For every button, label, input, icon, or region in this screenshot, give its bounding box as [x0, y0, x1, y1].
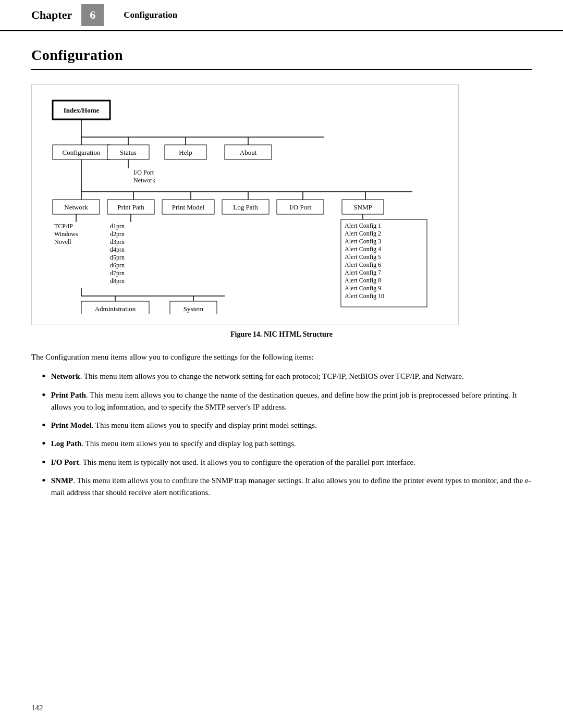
page-header: Chapter 6 Configuration: [0, 0, 563, 31]
alert3: Alert Config 3: [345, 238, 381, 245]
d2prn: d2prn: [110, 230, 125, 238]
bullet-text-network: Network. This menu item allows you to ch…: [51, 371, 532, 382]
tcpip-child: TCP/IP: [54, 223, 73, 230]
d4prn: d4prn: [110, 246, 125, 253]
config-box: Configuration: [63, 149, 101, 156]
d5prn: d5prn: [110, 254, 125, 261]
list-item: • SNMP. This menu item allows you to con…: [42, 475, 532, 499]
section-title: Configuration: [31, 47, 532, 64]
list-item: • Log Path. This menu item allows you to…: [42, 438, 532, 450]
bullet-text-logpath: Log Path. This menu item allows you to s…: [51, 438, 532, 450]
term-snmp: SNMP: [51, 476, 74, 485]
term-network: Network: [51, 372, 80, 380]
alert4: Alert Config 4: [345, 245, 381, 253]
intro-text: The Configuration menu items allow you t…: [31, 351, 532, 363]
alert6: Alert Config 6: [345, 261, 381, 268]
bullet-dot: •: [42, 475, 46, 486]
desc-printpath: . This menu item allows you to change th…: [51, 391, 517, 411]
alert7: Alert Config 7: [345, 269, 381, 276]
list-item: • Network. This menu item allows you to …: [42, 371, 532, 382]
about-box: About: [240, 149, 257, 156]
index-home-label: Index/Home: [64, 106, 100, 114]
d3prn: d3prn: [110, 238, 125, 245]
admin-box: Administration: [95, 305, 136, 313]
alert9: Alert Config 9: [345, 285, 381, 292]
windows-child: Windows: [54, 230, 78, 238]
snmp-box: SNMP: [353, 203, 372, 211]
bullet-text-printpath: Print Path. This menu item allows you to…: [51, 389, 532, 414]
bullet-text-ioport: I/O Port. This menu item is typically no…: [51, 456, 532, 468]
term-printmodel: Print Model: [51, 421, 92, 429]
novell-child: Novell: [54, 238, 71, 245]
d7prn: d7prn: [110, 269, 125, 277]
desc-ioport: . This menu item is typically not used. …: [79, 458, 415, 466]
print-path-box: Print Path: [117, 203, 144, 211]
d8prn: d8prn: [110, 277, 125, 285]
desc-logpath: . This menu item allows you to specify a…: [81, 439, 296, 448]
term-printpath: Print Path: [51, 391, 86, 399]
io-port-box: I/O Port: [289, 203, 312, 211]
alert5: Alert Config 5: [345, 253, 381, 261]
bullet-text-printmodel: Print Model. This menu item allows you t…: [51, 419, 532, 431]
list-item: • Print Model. This menu item allows you…: [42, 419, 532, 431]
section-divider: [31, 69, 532, 70]
term-ioport: I/O Port: [51, 458, 79, 466]
chapter-word: Chapter: [31, 8, 72, 22]
alert8: Alert Config 8: [345, 277, 381, 284]
list-item: • Print Path. This menu item allows you …: [42, 389, 532, 414]
alert1: Alert Config 1: [345, 222, 381, 229]
list-item: • I/O Port. This menu item is typically …: [42, 456, 532, 468]
term-logpath: Log Path: [51, 439, 82, 448]
desc-snmp: . This menu item allows you to confiure …: [51, 476, 531, 497]
status-box: Status: [120, 149, 137, 156]
help-box: Help: [179, 149, 192, 156]
system-box: System: [183, 305, 203, 313]
bullet-dot: •: [42, 438, 46, 449]
page-number: 142: [31, 704, 43, 712]
bullet-list: • Network. This menu item allows you to …: [31, 371, 532, 499]
alert2: Alert Config 2: [345, 230, 381, 237]
header-config-title: Configuration: [113, 3, 188, 28]
bullet-dot: •: [42, 456, 46, 468]
desc-printmodel: . This menu item allows you to specify a…: [92, 421, 317, 429]
io-port-sub: I/O Port: [133, 169, 154, 176]
desc-network: . This menu item allows you to change th…: [80, 372, 464, 380]
nic-html-structure-diagram: Index/Home Configuration Status Help Abo…: [47, 95, 444, 314]
bullet-text-snmp: SNMP. This menu item allows you to confi…: [51, 475, 532, 499]
diagram-container: Index/Home Configuration Status Help Abo…: [31, 84, 459, 325]
bullet-dot: •: [42, 371, 46, 382]
page-content: Configuration Index/Home Configuration S…: [0, 31, 563, 526]
bullet-dot: •: [42, 389, 46, 401]
print-model-box: Print Model: [172, 203, 205, 211]
network-box: Network: [64, 203, 88, 211]
d1prn: d1prn: [110, 223, 125, 230]
figure-caption-text: Figure 14. NIC HTML Structure: [230, 330, 333, 338]
figure-caption: Figure 14. NIC HTML Structure: [31, 330, 532, 339]
network-sub: Network: [133, 177, 155, 184]
chapter-number: 6: [81, 4, 104, 26]
d6prn: d6prn: [110, 262, 125, 269]
alert10: Alert Config 10: [345, 292, 384, 300]
log-path-box: Log Path: [233, 203, 258, 211]
bullet-dot: •: [42, 419, 46, 431]
chapter-label: Chapter 6 Configuration: [0, 0, 193, 30]
